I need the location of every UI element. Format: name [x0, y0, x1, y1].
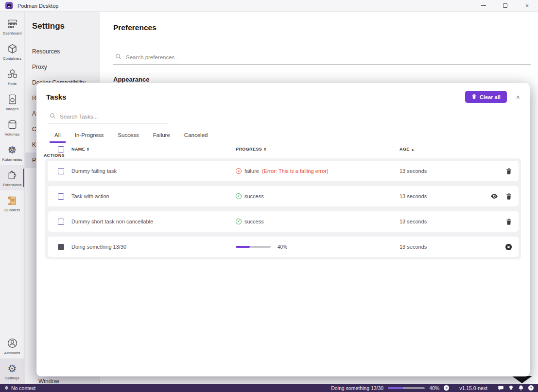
- trash-icon: [471, 94, 477, 101]
- context-label: No context: [11, 385, 35, 391]
- volumes-icon: [7, 119, 18, 131]
- statusbar-task-label[interactable]: Doing something 13/30: [331, 385, 383, 391]
- preferences-search-input[interactable]: [126, 54, 529, 60]
- delete-task-button[interactable]: [505, 193, 512, 200]
- volumes-label: Volumes: [5, 132, 20, 136]
- settings-nav-title: Settings: [32, 21, 100, 31]
- task-age: 13 seconds: [399, 193, 480, 199]
- row-checkbox-disabled: [58, 244, 64, 250]
- sidebar-item-volumes[interactable]: Volumes: [0, 115, 24, 140]
- status-text: success: [244, 193, 264, 199]
- progress-column-label: PROGRESS: [236, 147, 262, 152]
- task-progress: 40%: [236, 244, 399, 250]
- tasks-modal-pointer-arrow: [512, 376, 532, 383]
- kubernetes-label: Kubernetes: [2, 157, 22, 162]
- preferences-search[interactable]: [113, 51, 531, 65]
- tab-in-progress[interactable]: In-Progress: [70, 128, 108, 143]
- sidebar-item-containers[interactable]: Containers: [0, 39, 24, 64]
- task-name: Dummy short task non cancellable: [71, 219, 236, 224]
- bell-icon[interactable]: [518, 385, 524, 391]
- containers-icon: [7, 43, 18, 55]
- feedback-bubble-icon[interactable]: [498, 385, 504, 391]
- search-icon: [115, 53, 121, 62]
- table-row-task-with-action: Task with action ✓ success 13 seconds: [48, 186, 519, 206]
- task-actions: [480, 218, 519, 225]
- status-bar: ☸ No context Doing something 13/30 40% ×…: [0, 384, 538, 392]
- gear-icon: ⚙: [8, 362, 17, 375]
- sidebar-item-settings[interactable]: ⚙ Settings: [0, 358, 24, 384]
- statusbar-progress-bar: [388, 387, 425, 389]
- sidebar-item-kubernetes[interactable]: ☸ Kubernetes: [0, 140, 24, 165]
- task-actions: [480, 192, 519, 200]
- failure-icon: ×: [236, 168, 242, 174]
- appearance-section-heading: Appearance: [113, 76, 149, 83]
- status-text: failure: [244, 168, 259, 174]
- accounts-icon: [7, 337, 18, 350]
- task-name: Doing something 13/30: [71, 244, 236, 250]
- column-header-age[interactable]: AGE ▲: [399, 147, 482, 152]
- row-checkbox[interactable]: [58, 168, 64, 174]
- task-status: ✓ success: [236, 193, 399, 199]
- progress-bar: [236, 246, 271, 248]
- sort-icon: ▲▼: [87, 147, 89, 152]
- task-name: Task with action: [71, 193, 236, 199]
- actions-column-label: ACTIONS: [44, 153, 65, 158]
- row-checkbox[interactable]: [58, 193, 64, 200]
- clear-all-button[interactable]: Clear all: [465, 91, 507, 103]
- settings-label: Settings: [5, 376, 19, 380]
- titlebar: Podman Desktop ×: [0, 0, 538, 12]
- settings-nav-item-resources[interactable]: Resources: [25, 44, 100, 59]
- cancel-task-button[interactable]: [505, 243, 512, 251]
- task-actions: [480, 243, 519, 251]
- statusbar-progress-fill: [388, 387, 402, 389]
- images-label: Images: [6, 107, 18, 111]
- dashboard-icon: [7, 17, 18, 30]
- pods-label: Pods: [8, 82, 17, 86]
- statusbar-progress-percent: 40%: [429, 385, 439, 391]
- tab-failure[interactable]: Failure: [148, 128, 175, 143]
- sort-icon: ▲▼: [263, 147, 266, 152]
- status-bar-right: Doing something 13/30 40% × v1.15.0-next…: [331, 385, 534, 391]
- sidebar-item-dashboard[interactable]: Dashboard: [0, 14, 24, 39]
- task-age: 13 seconds: [399, 168, 480, 174]
- podman-logo-icon: [5, 2, 13, 9]
- select-all-checkbox[interactable]: [58, 146, 64, 153]
- sidebar-item-pods[interactable]: Pods: [0, 64, 24, 89]
- quadlets-label: Quadlets: [4, 208, 20, 212]
- maximize-button[interactable]: [494, 0, 516, 11]
- row-checkbox[interactable]: [58, 219, 64, 225]
- tab-canceled[interactable]: Canceled: [179, 128, 213, 143]
- dashboard-label: Dashboard: [2, 31, 21, 35]
- help-icon[interactable]: ?: [528, 385, 534, 391]
- tab-all[interactable]: All: [50, 128, 66, 143]
- sidebar-item-accounts[interactable]: Accounts: [0, 333, 24, 358]
- name-column-label: NAME: [71, 147, 85, 152]
- tasks-search-input[interactable]: [60, 114, 168, 119]
- extensions-label: Extensions: [2, 183, 21, 187]
- close-window-button[interactable]: ×: [516, 0, 538, 11]
- kube-context-indicator[interactable]: ☸ No context: [4, 385, 35, 391]
- podman-desktop-window: Podman Desktop × Dashboard Containers: [0, 0, 538, 392]
- kubernetes-context-icon: ☸: [4, 386, 9, 391]
- statusbar-cancel-task-button[interactable]: ×: [444, 385, 449, 391]
- sort-asc-icon: ▲: [411, 148, 415, 151]
- tasks-search[interactable]: [49, 110, 169, 123]
- lightbulb-icon[interactable]: [508, 385, 514, 391]
- minimize-button[interactable]: [472, 0, 494, 11]
- column-header-progress[interactable]: PROGRESS ▲▼: [236, 147, 399, 152]
- error-text: (Error: This is a failing error): [262, 168, 329, 174]
- left-navigation-rail: Dashboard Containers Pods: [0, 12, 24, 384]
- sidebar-item-quadlets[interactable]: Quadlets: [0, 190, 24, 216]
- delete-task-button[interactable]: [505, 218, 512, 225]
- tasks-close-button[interactable]: ×: [516, 94, 520, 101]
- minimize-icon: [481, 5, 486, 6]
- delete-task-button[interactable]: [505, 168, 512, 175]
- table-row-dummy-failing-task: Dummy failing task × failure (Error: Thi…: [48, 161, 519, 181]
- settings-nav-item-proxy[interactable]: Proxy: [25, 59, 100, 75]
- column-header-name[interactable]: NAME ▲▼: [71, 147, 236, 152]
- view-task-button[interactable]: [490, 192, 498, 200]
- sidebar-item-extensions[interactable]: Extensions: [0, 165, 24, 190]
- tab-success[interactable]: Success: [113, 128, 143, 143]
- task-name: Dummy failing task: [71, 168, 236, 174]
- sidebar-item-images[interactable]: Images: [0, 89, 24, 115]
